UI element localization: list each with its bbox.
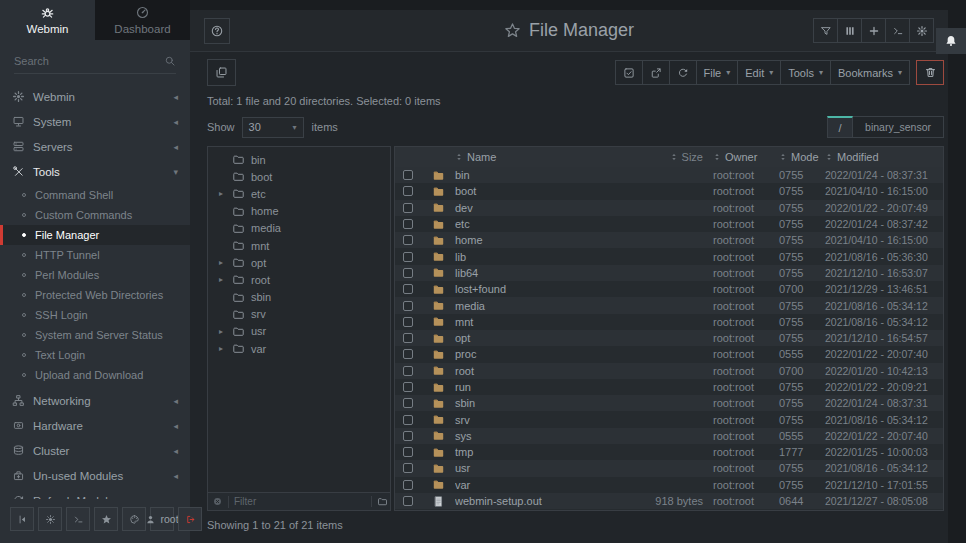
file-name[interactable]: lib64 bbox=[455, 267, 613, 279]
column-header-size[interactable]: Size bbox=[613, 151, 713, 163]
row-checkbox[interactable] bbox=[403, 203, 413, 213]
row-checkbox[interactable] bbox=[403, 301, 413, 311]
sidebar-subitem-http-tunnel[interactable]: HTTP Tunnel bbox=[0, 245, 190, 265]
sidebar-item-webmin[interactable]: Webmin◂ bbox=[0, 84, 190, 109]
row-checkbox[interactable] bbox=[403, 317, 413, 327]
table-row[interactable]: devroot:root07552022/01/22 - 20:07:49 bbox=[395, 200, 943, 216]
file-name[interactable]: root bbox=[455, 365, 613, 377]
sidebar-item-servers[interactable]: Servers◂ bbox=[0, 134, 190, 159]
menu-file[interactable]: File▾ bbox=[696, 60, 739, 85]
sidebar-subitem-file-manager[interactable]: File Manager bbox=[0, 225, 190, 245]
row-checkbox[interactable] bbox=[403, 480, 413, 490]
tree-item-usr[interactable]: ▸usr bbox=[208, 323, 390, 340]
table-row[interactable]: optroot:root07552021/12/10 - 16:54:57 bbox=[395, 330, 943, 346]
refresh-button[interactable] bbox=[669, 60, 697, 85]
row-checkbox[interactable] bbox=[403, 366, 413, 376]
caret-right-icon[interactable]: ▸ bbox=[216, 258, 226, 267]
trash-button[interactable] bbox=[916, 60, 944, 85]
gear-button[interactable] bbox=[909, 18, 934, 43]
file-name[interactable]: lib bbox=[455, 251, 613, 263]
column-header-mode[interactable]: Mode bbox=[779, 151, 825, 163]
row-checkbox[interactable] bbox=[403, 170, 413, 180]
table-row[interactable]: procroot:root05552022/01/22 - 20:07:40 bbox=[395, 346, 943, 362]
table-row[interactable]: tmproot:root17772022/01/25 - 10:00:03 bbox=[395, 444, 943, 460]
tree-filter-input[interactable] bbox=[228, 496, 366, 508]
per-page-select[interactable]: 30 ▾ bbox=[242, 117, 304, 138]
file-name[interactable]: boot bbox=[455, 185, 613, 197]
row-checkbox[interactable] bbox=[403, 431, 413, 441]
tree-item-sbin[interactable]: sbin bbox=[208, 289, 390, 306]
select-button[interactable] bbox=[615, 60, 643, 85]
tree-item-home[interactable]: home bbox=[208, 203, 390, 220]
row-checkbox[interactable] bbox=[403, 415, 413, 425]
tree-item-var[interactable]: ▸var bbox=[208, 340, 390, 357]
sidebar-subitem-custom-commands[interactable]: Custom Commands bbox=[0, 205, 190, 225]
file-name[interactable]: dev bbox=[455, 202, 613, 214]
table-row[interactable]: etcroot:root07552022/01/24 - 08:37:42 bbox=[395, 216, 943, 232]
menu-bookmarks[interactable]: Bookmarks▾ bbox=[830, 60, 910, 85]
caret-right-icon[interactable]: ▸ bbox=[216, 275, 226, 284]
row-checkbox[interactable] bbox=[403, 252, 413, 262]
funnel-button[interactable] bbox=[813, 18, 838, 43]
table-row[interactable]: homeroot:root07552021/04/10 - 16:15:00 bbox=[395, 232, 943, 248]
sidebar-subitem-text-login[interactable]: Text Login bbox=[0, 345, 190, 365]
terminal-button[interactable] bbox=[66, 507, 90, 531]
file-name[interactable]: tmp bbox=[455, 446, 613, 458]
row-checkbox[interactable] bbox=[403, 398, 413, 408]
sidebar-subitem-perl-modules[interactable]: Perl Modules bbox=[0, 265, 190, 285]
caret-right-icon[interactable]: ▸ bbox=[216, 327, 226, 336]
sun-button[interactable] bbox=[38, 507, 62, 531]
user-button[interactable]: root bbox=[150, 507, 174, 531]
table-row[interactable]: lib64root:root07552021/12/10 - 16:53:07 bbox=[395, 265, 943, 281]
palette-button[interactable] bbox=[122, 507, 146, 531]
table-row[interactable]: varroot:root07552021/12/10 - 17:01:55 bbox=[395, 477, 943, 493]
file-name[interactable]: bin bbox=[455, 169, 613, 181]
table-row[interactable]: webmin-setup.out918 bytesroot:root064420… bbox=[395, 493, 943, 509]
column-header-modified[interactable]: Modified bbox=[825, 151, 943, 163]
sidebar-item-tools[interactable]: Tools▾ bbox=[0, 159, 190, 184]
sidebar-item-system[interactable]: System◂ bbox=[0, 109, 190, 134]
tree-item-opt[interactable]: ▸opt bbox=[208, 254, 390, 271]
tree-item-mnt[interactable]: mnt bbox=[208, 237, 390, 254]
clear-filter-icon[interactable] bbox=[212, 496, 223, 507]
plus-button[interactable] bbox=[861, 18, 886, 43]
caret-right-icon[interactable]: ▸ bbox=[216, 189, 226, 198]
table-row[interactable]: srvroot:root07552021/08/16 - 05:34:12 bbox=[395, 411, 943, 427]
menu-edit[interactable]: Edit▾ bbox=[737, 60, 781, 85]
sidebar-item-cluster[interactable]: Cluster◂ bbox=[0, 438, 190, 463]
row-checkbox[interactable] bbox=[403, 186, 413, 196]
tree-item-srv[interactable]: srv bbox=[208, 306, 390, 323]
sidebar-item-un-used-modules[interactable]: Un-used Modules◂ bbox=[0, 463, 190, 488]
file-name[interactable]: sbin bbox=[455, 397, 613, 409]
sidebar-subitem-protected-web-directories[interactable]: Protected Web Directories bbox=[0, 285, 190, 305]
row-checkbox[interactable] bbox=[403, 496, 413, 506]
table-row[interactable]: bootroot:root07552021/04/10 - 16:15:00 bbox=[395, 183, 943, 199]
sidebar-item-networking[interactable]: Networking◂ bbox=[0, 388, 190, 413]
file-name[interactable]: sys bbox=[455, 430, 613, 442]
sidebar-item-refresh-modules[interactable]: Refresh Modules bbox=[0, 488, 190, 499]
breadcrumb-current[interactable]: binary_sensor bbox=[853, 116, 944, 138]
file-name[interactable]: home bbox=[455, 234, 613, 246]
sidebar-subitem-system-and-server-status[interactable]: System and Server Status bbox=[0, 325, 190, 345]
file-name[interactable]: mnt bbox=[455, 316, 613, 328]
columns-button[interactable] bbox=[837, 18, 862, 43]
tab-webmin[interactable]: Webmin bbox=[0, 0, 95, 40]
share-button[interactable] bbox=[642, 60, 670, 85]
table-row[interactable]: libroot:root07552021/08/16 - 05:36:30 bbox=[395, 248, 943, 264]
star-button[interactable] bbox=[94, 507, 118, 531]
file-name[interactable]: proc bbox=[455, 348, 613, 360]
sidebar-subitem-ssh-login[interactable]: SSH Login bbox=[0, 305, 190, 325]
duplicate-tab-button[interactable] bbox=[207, 59, 236, 86]
row-checkbox[interactable] bbox=[403, 235, 413, 245]
file-name[interactable]: media bbox=[455, 300, 613, 312]
search-input[interactable] bbox=[14, 55, 164, 67]
tree-item-boot[interactable]: boot bbox=[208, 168, 390, 185]
row-checkbox[interactable] bbox=[403, 349, 413, 359]
notifications-button[interactable] bbox=[936, 28, 966, 54]
file-name[interactable]: opt bbox=[455, 332, 613, 344]
row-checkbox[interactable] bbox=[403, 219, 413, 229]
row-checkbox[interactable] bbox=[403, 333, 413, 343]
row-checkbox[interactable] bbox=[403, 447, 413, 457]
row-checkbox[interactable] bbox=[403, 463, 413, 473]
caret-right-icon[interactable]: ▸ bbox=[216, 344, 226, 353]
